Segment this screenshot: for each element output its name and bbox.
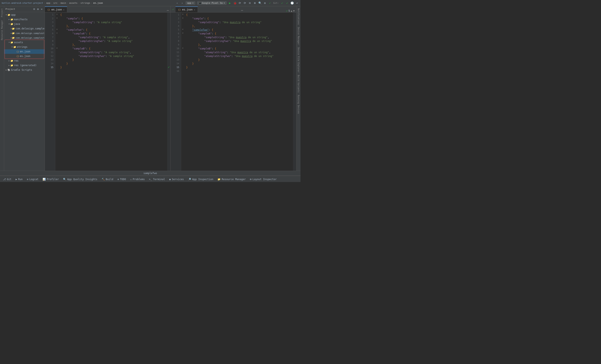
run-icon[interactable]: ▶ (228, 1, 232, 5)
tree-item-enjson[interactable]: ▶ {} en.json (4, 49, 45, 54)
profiler-tab-icon: 📊 (43, 178, 46, 181)
forward-icon[interactable]: › (180, 1, 184, 5)
rdiff-10 (293, 46, 296, 50)
rfold-10[interactable]: ▼ (181, 46, 184, 50)
panel-collapse-icon[interactable]: ⊟ (32, 8, 36, 11)
rcode-8: "sampleStringTwo": "Una muestra de un st… (186, 39, 293, 43)
settings-icon[interactable]: ⚙ (263, 1, 267, 5)
editor-pane-left[interactable]: 1 2 3 4 5 6 7 8 9 10 11 12 13 14 15 (45, 12, 171, 171)
diff-context-label: sampleTwo (143, 172, 157, 175)
arrow-manifests: ▶ (8, 18, 10, 21)
tree-item-com1[interactable]: ▶ 📁 com.delasign.samplestarterproject (4, 26, 45, 31)
right-strip-running-devices[interactable]: Running Devices (297, 94, 300, 115)
sync2-icon[interactable]: ⟳ (243, 1, 247, 5)
right-strip-notifications[interactable]: Notifications (297, 7, 300, 26)
tab-esjson-close[interactable]: ✕ (194, 9, 195, 11)
rln-15: 15 (171, 66, 181, 69)
fold-10[interactable]: ▼ (55, 46, 59, 50)
rfold-6[interactable]: ▼ (181, 31, 184, 35)
left-strip-resource[interactable]: Resource Manager (0, 19, 4, 41)
structure-icon[interactable]: ⊟ (248, 1, 252, 5)
bottom-tab-layout[interactable]: ⊞ Layout Inspector (248, 176, 279, 182)
rln-16: 16 (171, 69, 181, 73)
git-check2-icon[interactable]: ✓ (285, 1, 289, 5)
diff-nav-down[interactable]: ▼ (293, 9, 295, 12)
fold-2[interactable]: ▼ (55, 16, 59, 20)
right-strip-device-manager[interactable]: Device Manager (297, 26, 300, 46)
run-config-chevron: ▾ (192, 2, 194, 4)
rcode-12: "aSampleStringTwo": "Una muestra de un s… (186, 54, 293, 58)
rfold-1[interactable]: ▼ (181, 12, 184, 16)
diff-nav-up[interactable]: ▲ (291, 9, 292, 12)
panel-close-icon[interactable]: ✕ (40, 8, 43, 11)
tree-item-res[interactable]: ▶ 📁 res (4, 59, 45, 63)
tree-item-assets[interactable]: ▼ 📁 assets (4, 40, 45, 45)
bottom-tab-inspection[interactable]: 🔎 App Inspection (186, 176, 215, 182)
editor-pane-right[interactable]: 1 2 3 4 5 6 7 8 9 10 11 12 13 14 15 16 (171, 12, 296, 171)
sync-icon[interactable]: ⟳ (238, 1, 242, 5)
tree-item-com3[interactable]: ▶ 📁 com.delasign.samplestarterproject (t… (4, 35, 45, 40)
ln-8: 8 (45, 39, 55, 43)
bottom-tab-build[interactable]: 🔨 Build (100, 176, 115, 182)
bottom-tab-problems[interactable]: ⚠ Problems (128, 176, 147, 182)
tab-enjson-icon: {} (47, 8, 50, 11)
arrow-strings: ▼ (11, 46, 13, 48)
fold-13 (55, 58, 59, 61)
right-tab-menu[interactable]: ⋯ (239, 8, 245, 12)
bottom-tab-logcat[interactable]: ≡ Logcat (25, 176, 41, 182)
run-config[interactable]: app ▾ (186, 1, 195, 5)
code-l7: "sampleString": "A sample string", (60, 35, 167, 39)
git-status-icon[interactable]: ✓ (268, 1, 272, 5)
tree-item-strings[interactable]: ▼ 📁 strings (4, 45, 45, 49)
tab-enjson[interactable]: {} en.json ✕ (45, 7, 67, 12)
diff-l4 (167, 24, 170, 28)
tree-item-gradle[interactable]: ▶ 🐘 Gradle Scripts (4, 68, 45, 72)
git-check-icon[interactable]: ✓ (280, 1, 284, 5)
git-history-icon[interactable]: 🕐 (290, 1, 294, 5)
left-diff-area: ✓ (167, 12, 170, 171)
tab-esjson[interactable]: {} es.json ✕ (176, 7, 198, 12)
debug-icon[interactable]: 🐞 (233, 1, 237, 5)
bottom-tab-resource[interactable]: 📁 Resource Manager (215, 176, 248, 182)
tree-item-res-gen[interactable]: ▶ 📁 res (generated) (4, 63, 45, 68)
back-icon[interactable]: ‹ (176, 1, 179, 5)
rfold-2[interactable]: ▼ (181, 16, 184, 20)
tree-item-java[interactable]: ▼ 📁 java (4, 22, 45, 26)
right-code-area[interactable]: { "sample": { "sampleString": "Una muest… (184, 12, 293, 171)
layout-icon[interactable]: ⊞ (253, 1, 257, 5)
bottom-tab-todo[interactable]: ≡ TODO (115, 176, 128, 182)
right-strip-device-file[interactable]: Device File Explorer (297, 46, 300, 74)
tree-label-gradle: Gradle Scripts (11, 69, 32, 71)
rdiff-7 (293, 35, 296, 39)
tree-item-com2[interactable]: ▶ 📁 com.delasign.samplestarterproject (a… (4, 31, 45, 35)
git-undo-icon[interactable]: ↩ (295, 1, 299, 5)
panel-settings-icon[interactable]: ⚙ (36, 8, 40, 11)
left-tab-menu[interactable]: ⋯ (165, 8, 170, 12)
fold-5[interactable]: ▼ (55, 28, 59, 31)
tree-item-esjson[interactable]: ▶ {} es.json (4, 54, 45, 59)
bottom-tab-terminal[interactable]: >_ Terminal (147, 176, 167, 182)
device-config[interactable]: 📱 Google Pixel 3a ▾ (197, 1, 227, 5)
bottom-tab-git[interactable]: ⎇ Git (1, 176, 14, 182)
code-l6: "sampleA": { (60, 32, 167, 35)
rfold-5[interactable]: ▼ (181, 28, 184, 31)
rdiff-1 (293, 12, 296, 16)
left-strip-project[interactable]: Project (0, 7, 4, 18)
left-code-area[interactable]: { "sample": { "sampleString": "A sample … (59, 12, 167, 171)
bottom-tab-services[interactable]: ◉ Services (167, 176, 186, 182)
ln-5: 5 (45, 28, 55, 32)
folder-icon-manifests: 📁 (10, 18, 13, 21)
tree-item-manifests[interactable]: ▶ 📁 manifests (4, 17, 45, 22)
code-l5: "sampleTwo": { (60, 28, 167, 32)
search-icon[interactable]: 🔍 (258, 1, 262, 5)
rln-11: 11 (171, 51, 181, 54)
fold-1[interactable]: ▼ (55, 12, 59, 16)
tree-item-app[interactable]: ▼ 📁 app (4, 12, 45, 17)
fold-6[interactable]: ▼ (55, 31, 59, 35)
bottom-tab-aqi[interactable]: 🔍 App Quality Insights (61, 176, 100, 182)
bottom-tab-run[interactable]: ▶ Run (14, 176, 25, 182)
rdiff-16 (293, 69, 296, 73)
tab-enjson-close[interactable]: ✕ (63, 9, 64, 11)
right-strip-build-variants[interactable]: Build Variants (297, 74, 300, 94)
bottom-tab-profiler[interactable]: 📊 Profiler (40, 176, 61, 182)
